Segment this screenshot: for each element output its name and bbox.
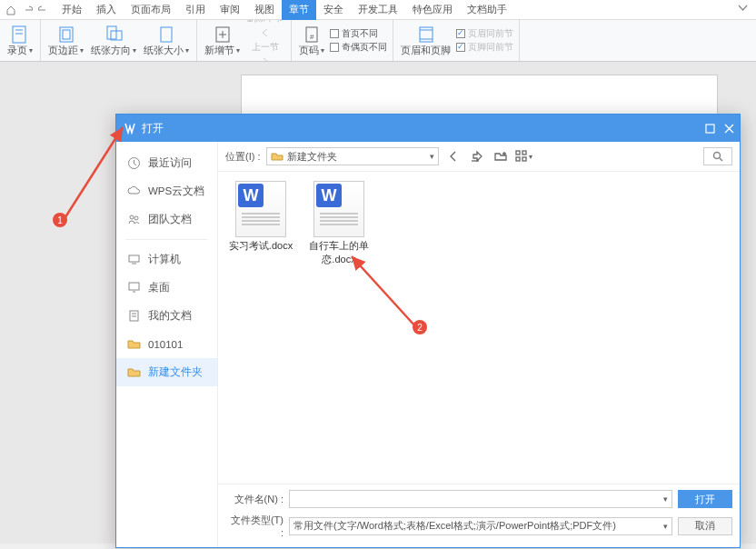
filename-label: 文件名(N) : (225, 493, 284, 506)
filetype-label: 文件类型(T) : (225, 514, 284, 538)
sidebar-folder-010101[interactable]: 010101 (116, 330, 217, 358)
svg-rect-22 (129, 283, 139, 290)
svg-rect-7 (161, 27, 172, 42)
dialog-sidebar: 最近访问 WPS云文档 团队文档 计算机 桌面 我的文档 010101 新建文件… (116, 142, 218, 547)
svg-text:#: # (310, 33, 314, 41)
dialog-titlebar: 打开 (116, 115, 740, 142)
cancel-button[interactable]: 取消 (678, 517, 732, 535)
svg-rect-4 (63, 30, 70, 39)
header-footer-button[interactable]: 页眉和页脚 (399, 24, 453, 58)
first-page-diff-check[interactable]: 首页不同 (330, 27, 387, 40)
catalog-page-button[interactable]: 录页▾ (5, 24, 35, 58)
open-file-dialog: 打开 最近访问 WPS云文档 团队文档 计算机 桌面 我的文档 010101 新… (115, 114, 741, 548)
tab-pagelayout[interactable]: 页面布局 (124, 0, 178, 20)
oddeven-diff-check[interactable]: 奇偶页不同 (330, 41, 387, 54)
back-button[interactable] (444, 147, 463, 165)
dialog-bottom-bar: 文件名(N) : ▾ 打开 文件类型(T) : 常用文件(文字/Word格式;表… (218, 484, 740, 547)
filetype-select[interactable]: 常用文件(文字/Word格式;表格/Excel格式;演示/PowerPoint格… (289, 517, 672, 535)
svg-rect-17 (706, 125, 714, 133)
svg-rect-21 (129, 255, 139, 262)
new-section-button[interactable]: 新增节▾ (203, 24, 242, 58)
orientation-button[interactable]: 纸张方向▾ (89, 24, 138, 58)
tab-review[interactable]: 审阅 (213, 0, 247, 20)
wps-logo-icon (124, 122, 136, 135)
pagenum-button[interactable]: # 页码▾ (297, 24, 326, 58)
dialog-toolbar: 位置(I) : 新建文件夹 ▾ ▾ (218, 142, 740, 172)
home-icon[interactable] (5, 5, 16, 15)
header-same-prev-check[interactable]: 页眉同前节 (456, 27, 513, 40)
file-item[interactable]: W 自行车上的单恋.docx (305, 181, 373, 266)
ribbon-tabs: 开始 插入 页面布局 引用 审阅 视图 章节 安全 开发工具 特色应用 文档助手 (0, 0, 756, 20)
undo-icon[interactable] (22, 5, 33, 15)
footer-same-prev-check[interactable]: 页脚同前节 (456, 41, 513, 54)
svg-rect-5 (107, 26, 116, 39)
filename-input[interactable]: ▾ (289, 490, 672, 508)
annotation-badge-2: 2 (413, 320, 427, 334)
svg-point-19 (130, 215, 134, 219)
tab-dochelper[interactable]: 文档助手 (460, 0, 514, 20)
dialog-title: 打开 (142, 121, 164, 136)
file-list: W 实习考试.docx W 自行车上的单恋.docx (218, 172, 740, 484)
open-button[interactable]: 打开 (678, 490, 732, 508)
sidebar-mydocs[interactable]: 我的文档 (116, 302, 217, 330)
up-button[interactable] (468, 147, 486, 165)
svg-point-30 (714, 153, 721, 159)
new-folder-button[interactable] (492, 147, 510, 165)
svg-rect-3 (60, 27, 73, 42)
tab-section[interactable]: 章节 (282, 0, 316, 20)
svg-rect-28 (516, 157, 520, 161)
maximize-icon[interactable] (705, 124, 715, 134)
close-icon[interactable] (724, 124, 734, 134)
view-mode-button[interactable]: ▾ (515, 147, 533, 165)
tab-reference[interactable]: 引用 (178, 0, 213, 20)
tab-security[interactable]: 安全 (316, 0, 351, 20)
tab-start[interactable]: 开始 (55, 0, 89, 20)
qat (0, 5, 55, 15)
location-dropdown[interactable]: 新建文件夹 ▾ (266, 147, 439, 165)
sidebar-folder-new[interactable]: 新建文件夹 (116, 358, 217, 386)
location-label: 位置(I) : (225, 150, 261, 164)
svg-rect-29 (522, 157, 526, 161)
prev-section-button: 上一节 (245, 26, 285, 55)
papersize-button[interactable]: 纸张大小▾ (142, 24, 191, 58)
sidebar-wpscloud[interactable]: WPS云文档 (116, 177, 217, 205)
search-input[interactable] (703, 147, 732, 165)
folder-icon (271, 150, 284, 163)
tab-devtools[interactable]: 开发工具 (351, 0, 405, 20)
tab-view[interactable]: 视图 (247, 0, 282, 20)
docx-thumb-icon: W (235, 181, 286, 237)
svg-rect-0 (13, 26, 25, 43)
annotation-badge-1: 1 (53, 213, 67, 227)
ribbon-collapse-icon[interactable] (737, 2, 749, 15)
sidebar-computer[interactable]: 计算机 (116, 245, 217, 274)
docx-thumb-icon: W (313, 181, 364, 237)
margin-button[interactable]: 页边距▾ (46, 24, 85, 58)
ribbon-bar: 录页▾ 页边距▾ 纸张方向▾ 纸张大小▾ 新增节▾ 删除本节 上一节 下一节 # (0, 20, 756, 62)
svg-rect-14 (420, 27, 433, 42)
redo-icon[interactable] (38, 5, 49, 15)
svg-point-20 (134, 216, 138, 220)
sidebar-team[interactable]: 团队文档 (116, 205, 217, 234)
file-item[interactable]: W 实习考试.docx (227, 181, 294, 253)
tab-insert[interactable]: 插入 (89, 0, 124, 20)
sidebar-desktop[interactable]: 桌面 (116, 274, 217, 302)
svg-rect-26 (516, 151, 520, 155)
svg-rect-27 (522, 151, 526, 155)
sidebar-recent[interactable]: 最近访问 (116, 149, 217, 177)
file-name: 自行车上的单恋.docx (305, 239, 373, 266)
tab-special[interactable]: 特色应用 (405, 0, 460, 20)
file-name: 实习考试.docx (229, 239, 293, 253)
